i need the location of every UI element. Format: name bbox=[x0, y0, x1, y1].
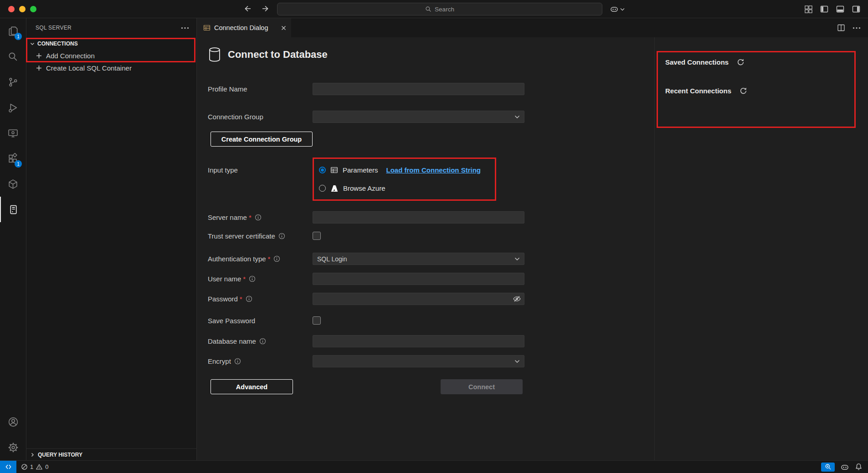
source-control-icon bbox=[7, 76, 19, 88]
parameters-icon bbox=[330, 166, 338, 174]
more-actions-icon[interactable] bbox=[853, 27, 861, 29]
parameters-radio-label: Parameters bbox=[343, 166, 378, 174]
user-name-label: User name * bbox=[208, 275, 313, 283]
trust-server-certificate-checkbox[interactable] bbox=[313, 232, 321, 240]
load-from-connection-string-link[interactable]: Load from Connection String bbox=[386, 166, 481, 174]
info-icon[interactable] bbox=[249, 275, 256, 282]
activity-bar: 1 bbox=[0, 18, 26, 460]
connection-group-select[interactable] bbox=[313, 111, 524, 123]
input-type-radio-group: Parameters Load from Connection String B… bbox=[313, 164, 481, 194]
zoom-status-button[interactable] bbox=[821, 463, 835, 472]
profile-name-input[interactable] bbox=[313, 83, 524, 95]
connect-button[interactable]: Connect bbox=[441, 379, 523, 394]
refresh-icon[interactable] bbox=[740, 87, 747, 95]
activity-accounts[interactable] bbox=[0, 409, 26, 435]
tab-bar: Connection Dialog bbox=[197, 18, 868, 37]
password-input[interactable] bbox=[313, 293, 524, 305]
split-editor-icon[interactable] bbox=[837, 24, 845, 32]
remote-indicator[interactable] bbox=[0, 461, 16, 473]
activity-run-debug[interactable] bbox=[0, 95, 26, 120]
minimize-window-button[interactable] bbox=[19, 6, 26, 12]
package-icon bbox=[7, 178, 19, 190]
warning-icon bbox=[36, 463, 43, 470]
activity-remote-explorer[interactable] bbox=[0, 120, 26, 146]
toggle-secondary-sidebar-icon[interactable] bbox=[852, 5, 861, 14]
forward-arrow-icon[interactable] bbox=[261, 4, 270, 13]
server-name-label: Server name * bbox=[208, 214, 313, 221]
browse-azure-radio[interactable] bbox=[319, 185, 326, 192]
advanced-button[interactable]: Advanced bbox=[211, 379, 293, 394]
activity-sql-server[interactable] bbox=[0, 197, 26, 222]
chevron-down-icon bbox=[29, 41, 36, 47]
trust-server-certificate-label: Trust server certificate bbox=[208, 232, 313, 240]
activity-containers[interactable] bbox=[0, 171, 26, 197]
connections-section-label: CONNECTIONS bbox=[37, 41, 78, 47]
sql-server-icon bbox=[8, 204, 19, 215]
error-icon bbox=[21, 463, 28, 470]
toggle-sidebar-icon[interactable] bbox=[820, 5, 829, 14]
connections-section-header[interactable]: CONNECTIONS bbox=[26, 37, 196, 50]
recent-connections-title: Recent Connections bbox=[665, 87, 731, 95]
bell-icon[interactable] bbox=[855, 463, 863, 471]
explorer-badge: 1 bbox=[15, 33, 22, 40]
tab-label: Connection Dialog bbox=[214, 24, 277, 31]
search-icon bbox=[7, 51, 19, 62]
user-name-input[interactable] bbox=[313, 273, 524, 285]
connections-side-panel: Saved Connections Recent Connections bbox=[654, 37, 868, 460]
editor-area: Connection Dialog bbox=[197, 18, 868, 460]
toggle-panel-icon[interactable] bbox=[836, 5, 845, 14]
info-icon[interactable] bbox=[259, 338, 266, 345]
error-count: 1 bbox=[30, 463, 33, 470]
customize-layout-icon[interactable] bbox=[804, 5, 813, 14]
saved-connections-title: Saved Connections bbox=[665, 58, 729, 66]
extensions-badge: 1 bbox=[15, 160, 22, 168]
window-controls bbox=[8, 6, 36, 12]
input-type-label: Input type bbox=[208, 164, 313, 176]
activity-settings[interactable] bbox=[0, 435, 26, 460]
add-connection-item[interactable]: Add Connection bbox=[26, 50, 196, 62]
info-icon[interactable] bbox=[255, 214, 262, 221]
authentication-type-label: Authentication type * bbox=[208, 255, 313, 263]
activity-search[interactable] bbox=[0, 44, 26, 69]
activity-source-control[interactable] bbox=[0, 69, 26, 95]
close-window-button[interactable] bbox=[8, 6, 15, 12]
copilot-status-icon[interactable] bbox=[840, 463, 849, 472]
info-icon[interactable] bbox=[246, 295, 252, 302]
profile-name-label: Profile Name bbox=[208, 85, 313, 93]
create-local-sql-container-label: Create Local SQL Container bbox=[46, 64, 132, 72]
toggle-password-visibility-icon[interactable] bbox=[513, 295, 521, 303]
server-name-input[interactable] bbox=[313, 211, 524, 224]
problems-status[interactable]: 1 0 bbox=[21, 463, 48, 470]
run-debug-icon bbox=[7, 102, 19, 113]
tab-connection-dialog[interactable]: Connection Dialog bbox=[197, 18, 291, 37]
command-center-search[interactable]: Search bbox=[277, 3, 602, 15]
warning-count: 0 bbox=[45, 463, 48, 470]
status-bar: 1 0 bbox=[0, 460, 868, 473]
info-icon[interactable] bbox=[234, 358, 241, 365]
more-actions-icon[interactable] bbox=[181, 27, 189, 29]
connection-dialog-tab-icon bbox=[203, 24, 211, 31]
info-icon[interactable] bbox=[278, 233, 285, 239]
refresh-icon[interactable] bbox=[737, 58, 745, 66]
query-history-section-header[interactable]: QUERY HISTORY bbox=[26, 448, 196, 460]
copilot-menu[interactable] bbox=[610, 5, 625, 14]
activity-extensions[interactable]: 1 bbox=[0, 146, 26, 171]
parameters-radio[interactable] bbox=[319, 167, 326, 173]
query-history-label: QUERY HISTORY bbox=[38, 452, 82, 458]
activity-explorer[interactable]: 1 bbox=[0, 18, 26, 44]
back-arrow-icon[interactable] bbox=[243, 4, 252, 13]
close-icon[interactable] bbox=[281, 25, 287, 31]
chevron-right-icon bbox=[29, 452, 36, 458]
create-local-sql-container-item[interactable]: Create Local SQL Container bbox=[26, 62, 196, 74]
gear-icon bbox=[7, 442, 19, 453]
database-icon bbox=[208, 47, 221, 62]
database-name-input[interactable] bbox=[313, 335, 524, 347]
encrypt-select[interactable] bbox=[313, 355, 524, 367]
authentication-type-select[interactable]: SQL Login bbox=[313, 253, 524, 265]
create-connection-group-button[interactable]: Create Connection Group bbox=[211, 132, 313, 147]
save-password-checkbox[interactable] bbox=[313, 316, 321, 325]
maximize-window-button[interactable] bbox=[30, 6, 36, 12]
copilot-icon bbox=[610, 5, 619, 14]
info-icon[interactable] bbox=[273, 255, 280, 262]
search-placeholder: Search bbox=[435, 6, 454, 13]
